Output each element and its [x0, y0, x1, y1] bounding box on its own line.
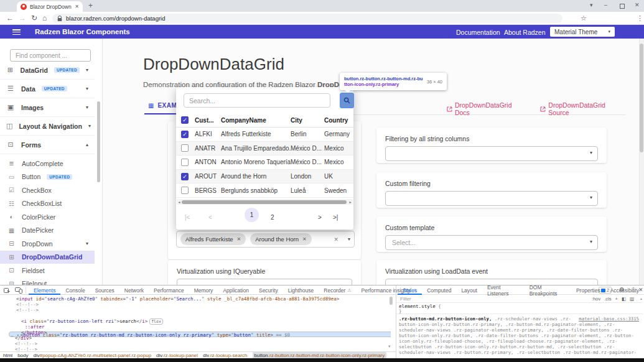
horizontal-scrollbar[interactable]: ◂ ▸ [177, 199, 353, 205]
theme-select[interactable]: Material Theme ▾ [550, 27, 615, 37]
dom-node[interactable]: </div> [0, 335, 391, 341]
device-toolbar-icon[interactable] [15, 287, 22, 294]
browser-tab[interactable]: Blazor DropDown component wi ✕ [17, 1, 83, 12]
popup-search-input[interactable] [184, 93, 330, 108]
matched-css-rule[interactable]: material-base.css:3315.rz-button-md.rz-b… [396, 314, 640, 355]
source-link[interactable]: DropDownDataGrid Source [540, 101, 627, 116]
table-row[interactable]: ANTONAntonio Moreno TaqueríaMéxico D...M… [176, 155, 353, 170]
breadcrumb-div[interactable]: div.rz-lookup-search [203, 353, 247, 358]
nav-about-radzen[interactable]: About Radzen [504, 29, 546, 36]
paginator-next-icon[interactable]: > [318, 214, 322, 221]
breadcrumb-div[interactable]: div#popup-cAg-AhZYe0.rz-multiselect-pane… [33, 353, 151, 358]
devtools-tab-lighthouse[interactable]: Lighthouse [283, 285, 319, 295]
inspect-element-icon[interactable] [4, 287, 11, 294]
forward-icon[interactable]: → [19, 14, 26, 22]
address-bar[interactable]: blazor.radzen.com/dropdown-datagrid [52, 14, 562, 23]
scroll-right-icon[interactable]: ▸ [348, 200, 353, 204]
dom-node[interactable]: <!--!--> [0, 346, 391, 351]
new-rule-button[interactable]: + [615, 296, 617, 302]
styles-tab-styles[interactable]: Styles [398, 285, 422, 295]
find-component-input[interactable] [10, 49, 91, 62]
paginator-prev-icon[interactable]: < [208, 214, 212, 221]
styles-tab-accessibility[interactable]: Accessibility [605, 285, 644, 295]
chip-remove-icon[interactable]: ✕ [302, 236, 307, 242]
chevron-down-icon[interactable]: ▾ [348, 236, 350, 242]
window-minimize-icon[interactable]: – [604, 2, 607, 8]
table-row[interactable]: ANATRAna Trujillo Emparedado...México D.… [176, 142, 353, 156]
devtools-tab-application[interactable]: Application [218, 285, 254, 295]
css-source-link[interactable]: material-base.css:3315 [579, 316, 639, 322]
dom-node[interactable]: <i class="rz-button-icon-left rzi">searc… [0, 318, 391, 324]
breadcrumb-div[interactable]: div.rz-lookup-panel [156, 353, 198, 358]
class-toggle[interactable]: .cls [604, 296, 611, 302]
home-icon[interactable]: ⌂ [42, 14, 47, 22]
devtools-tab-memory[interactable]: Memory [189, 285, 218, 295]
styles-tab-event-listeners[interactable]: Event Listeners [482, 285, 525, 295]
custom-template-select[interactable]: Select...▾ [385, 235, 598, 250]
dom-node[interactable]: <!--!--> [0, 302, 391, 307]
devtools-tab-console[interactable]: Console [60, 285, 90, 295]
devtools-tab-sources[interactable]: Sources [90, 285, 119, 295]
custom-filtering-select[interactable]: ▾ [385, 191, 598, 206]
hover-state-toggle[interactable]: :hov [592, 296, 600, 302]
table-row[interactable]: ✓AROUTAround the HornLondonUK [176, 170, 353, 184]
sidebar-item-checkboxlist[interactable]: ☷CheckBoxList [0, 197, 95, 211]
filtering-all-select[interactable]: ▾ [385, 146, 598, 161]
paginator-last-icon[interactable]: >| [333, 214, 338, 221]
styles-filter-input[interactable] [396, 296, 490, 302]
sidebar-item-dropdown[interactable]: ⊟DropDown▾ [0, 237, 95, 251]
styles-tab-dom-breakpoints[interactable]: DOM Breakpoints [525, 285, 571, 295]
breadcrumb-body[interactable]: body [17, 353, 28, 358]
sidebar-item-colorpicker[interactable]: ◐ColorPicker [0, 210, 95, 224]
styles-tab-computed[interactable]: Computed [422, 285, 456, 295]
column-header[interactable]: Cust... [195, 117, 221, 124]
column-header[interactable]: Country [324, 117, 353, 124]
sidebar-group-data[interactable]: ☰DataUPDATED▾ [0, 80, 95, 98]
paginator-page-2[interactable]: 2 [271, 214, 274, 221]
styles-scroll-up-icon[interactable]: ▴ [640, 296, 642, 300]
select-all-checkbox[interactable]: ✓ [181, 116, 189, 124]
clear-selection-icon[interactable]: ✕ [334, 236, 338, 243]
sidebar-item-fieldset[interactable]: ⊡Fieldset [0, 264, 95, 277]
selected-chip[interactable]: Around the Horn✕ [250, 233, 311, 245]
sidebar-group-forms[interactable]: ⊡Forms▴ [0, 136, 95, 154]
window-close-icon[interactable]: ✕ [635, 2, 640, 8]
computed-sidebar-icon[interactable]: ▥ [630, 296, 634, 302]
elements-scroll-down-icon[interactable]: ▾ [388, 344, 391, 349]
sidebar-item-datepicker[interactable]: ▦DatePicker [0, 224, 95, 238]
sidebar-scrollbar-thumb[interactable] [97, 101, 100, 182]
row-checkbox[interactable] [181, 187, 189, 194]
styles-tab-properties[interactable]: Properties [571, 285, 605, 295]
sidebar-group-layout-navigation[interactable]: ◫Layout & Navigation▾ [0, 117, 95, 136]
tab-close-icon[interactable]: ✕ [75, 4, 79, 9]
devtools-tab-recorder[interactable]: Recorder⚠ [319, 285, 356, 295]
sidebar-group-datagrid[interactable]: ⊞DataGridUPDATED▾ [0, 61, 95, 80]
bookmark-star-icon[interactable]: ☆ [581, 14, 587, 22]
virtualization-iqueryable-select[interactable] [177, 279, 352, 285]
browser-menu-icon[interactable]: ⋮ [637, 14, 643, 22]
devtools-tab-security[interactable]: Security [254, 285, 283, 295]
column-header[interactable]: CompanyName [221, 117, 291, 124]
sidebar-item-fileinput[interactable]: ⊟FileInput [0, 277, 95, 285]
sidebar-item-dropdowndatagrid[interactable]: ⊞DropDownDataGrid [0, 251, 95, 264]
dropdown-multiselect-field[interactable]: Alfreds Futterkiste✕Around the Horn✕ ✕ ▾ [176, 231, 355, 248]
column-header[interactable]: City [291, 117, 324, 124]
docs-link[interactable]: DropDownDataGrid Docs [447, 101, 528, 116]
row-checkbox[interactable]: ✓ [181, 173, 189, 180]
dom-node[interactable]: <!--!--> [0, 307, 391, 313]
row-checkbox[interactable]: ✓ [181, 131, 189, 138]
sidebar-item-autocomplete[interactable]: ≣AutoComplete [0, 157, 95, 170]
page-scrollbar-thumb[interactable] [640, 44, 643, 152]
sidebar-item-checkbox[interactable]: ☑CheckBox [0, 183, 95, 197]
row-checkbox[interactable] [181, 159, 189, 166]
chip-remove-icon[interactable]: ✕ [237, 236, 241, 242]
row-checkbox[interactable] [181, 144, 189, 152]
styles-tab-layout[interactable]: Layout [456, 285, 482, 295]
dom-node[interactable]: <!--!--> [0, 341, 391, 346]
table-row[interactable]: BERGSBerglunds snabbköpLuleåSweden [176, 183, 353, 198]
back-icon[interactable]: ← [6, 14, 14, 22]
devtools-tab-elements[interactable]: Elements [29, 285, 60, 295]
table-row[interactable]: ✓ALFKIAlfreds FutterkisteBerlinGermany [176, 128, 353, 142]
selected-chip[interactable]: Alfreds Futterkiste✕ [180, 233, 246, 245]
reload-icon[interactable]: ↻ [31, 14, 37, 22]
